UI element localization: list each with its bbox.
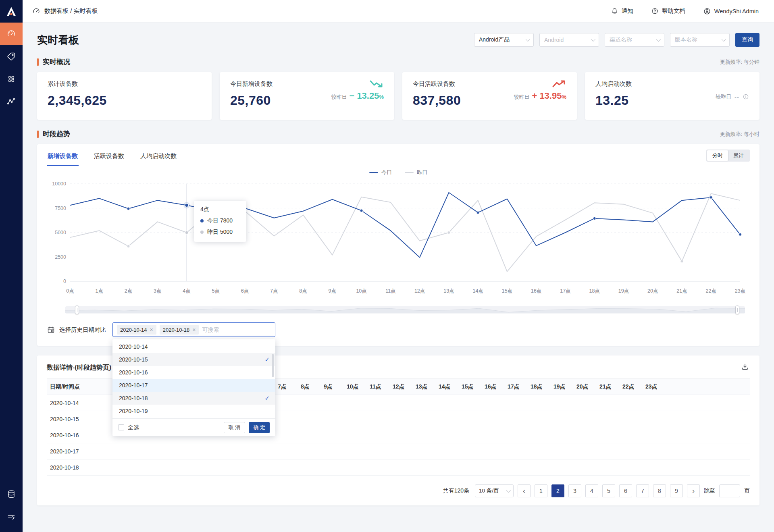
- page-title: 实时看板: [37, 33, 79, 47]
- row-date-cell: 2020-10-18: [47, 459, 115, 476]
- sidebar-item-events[interactable]: [0, 90, 23, 113]
- page-button-9[interactable]: 9: [670, 484, 683, 497]
- section-accent-bar: [37, 131, 39, 138]
- total-count: 共有120条: [443, 487, 469, 495]
- column-header-20点: 20点: [575, 379, 598, 395]
- stat-cards: 累计设备数 2,345,625 今日新增设备数 25,760 较昨日 − 13.…: [37, 72, 759, 120]
- column-header-9点: 9点: [322, 379, 345, 395]
- download-icon: [741, 363, 749, 371]
- cancel-button[interactable]: 取 消: [224, 422, 246, 433]
- date-option-2020-10-18[interactable]: 2020-10-18✓: [112, 392, 275, 405]
- date-option-2020-10-17[interactable]: 2020-10-17: [112, 379, 275, 392]
- date-multiselect-input[interactable]: 2020-10-14×2020-10-18×: [112, 322, 275, 337]
- sidebar-item-tags[interactable]: [0, 45, 23, 68]
- sidebar-collapse-button[interactable]: [0, 505, 23, 528]
- page-button-7[interactable]: 7: [636, 484, 649, 497]
- platform-select[interactable]: Android: [539, 33, 599, 47]
- tab-人均启动次数[interactable]: 人均启动次数: [139, 145, 177, 166]
- notifications-button[interactable]: 通知: [611, 7, 633, 15]
- trend-chart-area: 0250050007500100000点1点2点3点4点5点6点7点8点9点10…: [47, 178, 750, 301]
- date-option-2020-10-15[interactable]: 2020-10-15✓: [112, 353, 275, 366]
- date-compare-label: 选择历史日期对比: [59, 326, 106, 334]
- date-tag-label: 2020-10-18: [163, 327, 190, 333]
- trend-up-icon: [551, 79, 566, 89]
- remove-tag-icon[interactable]: ×: [192, 326, 196, 333]
- topbar-actions: 通知 帮助文档 WendyShi Admin: [611, 7, 759, 15]
- help-button[interactable]: 帮助文档: [651, 7, 685, 15]
- table-row[interactable]: 2020-10-18: [47, 459, 750, 476]
- select-all-checkbox[interactable]: [118, 424, 124, 430]
- column-header-10点: 10点: [345, 379, 368, 395]
- check-icon: ✓: [264, 353, 270, 366]
- user-menu[interactable]: WendyShi Admin: [703, 7, 759, 15]
- svg-text:7点: 7点: [270, 288, 278, 294]
- table-row[interactable]: 2020-10-17: [47, 443, 750, 459]
- compare-label: 较昨日: [514, 94, 529, 101]
- svg-text:0: 0: [63, 278, 66, 284]
- slider-handle-left[interactable]: [75, 305, 79, 314]
- svg-text:21点: 21点: [676, 288, 687, 294]
- sidebar-item-data-source[interactable]: [0, 483, 23, 505]
- legend-label: 今日: [381, 169, 392, 176]
- remove-tag-icon[interactable]: ×: [150, 326, 153, 333]
- date-multiselect: 2020-10-14×2020-10-18× 2020-10-142020-10…: [112, 322, 275, 337]
- version-select[interactable]: 版本名称: [670, 33, 730, 47]
- user-name: WendyShi Admin: [714, 8, 759, 15]
- dropdown-scrollbar[interactable]: [272, 354, 274, 377]
- page-size-select[interactable]: 10 条/页: [475, 484, 514, 497]
- stat-card-new-devices: 今日新增设备数 25,760 较昨日 − 13.25%: [220, 72, 394, 120]
- channel-select[interactable]: 渠道名称: [605, 33, 664, 47]
- legend-item-昨日[interactable]: 昨日: [405, 169, 427, 176]
- confirm-button[interactable]: 确 定: [249, 422, 270, 433]
- date-option-2020-10-16[interactable]: 2020-10-16: [112, 366, 275, 379]
- breadcrumb[interactable]: 数据看板 / 实时看板: [32, 7, 98, 15]
- column-header-8点: 8点: [299, 379, 322, 395]
- row-date-cell: 2020-10-17: [47, 443, 115, 459]
- svg-text:11点: 11点: [385, 288, 395, 294]
- page-button-8[interactable]: 8: [653, 484, 666, 497]
- tab-活跃设备数[interactable]: 活跃设备数: [93, 145, 125, 166]
- svg-text:19点: 19点: [618, 288, 629, 294]
- chevron-down-icon: [591, 37, 595, 42]
- page-button-6[interactable]: 6: [619, 484, 632, 497]
- query-button[interactable]: 查询: [735, 33, 759, 47]
- page-button-4[interactable]: 4: [585, 484, 598, 497]
- chevron-down-icon: [506, 488, 511, 493]
- line-chart[interactable]: 0250050007500100000点1点2点3点4点5点6点7点8点9点10…: [47, 178, 750, 299]
- download-button[interactable]: [741, 363, 749, 371]
- chevron-down-icon: [722, 37, 726, 42]
- gauge-icon: [6, 29, 16, 39]
- slider-handle-right[interactable]: [735, 305, 739, 314]
- mode-segment-累计[interactable]: 累计: [728, 150, 749, 161]
- date-search-input[interactable]: [202, 326, 234, 333]
- tab-新增设备数[interactable]: 新增设备数: [47, 145, 79, 166]
- info-circle-icon[interactable]: [743, 94, 749, 100]
- next-page-button[interactable]: ›: [687, 484, 700, 497]
- date-tag-label: 2020-10-14: [120, 327, 147, 333]
- product-select[interactable]: Android产品: [474, 33, 534, 47]
- page-button-2[interactable]: 2: [551, 484, 564, 497]
- section-accent-bar: [37, 58, 39, 66]
- date-option-2020-10-19[interactable]: 2020-10-19: [112, 405, 275, 418]
- sidebar-item-analysis[interactable]: [0, 68, 23, 90]
- page-suffix: 页: [744, 487, 750, 495]
- jump-label: 跳至: [704, 487, 715, 495]
- sidebar-item-dashboard[interactable]: [0, 23, 23, 45]
- svg-text:10点: 10点: [356, 288, 366, 294]
- brand-logo[interactable]: [0, 0, 23, 23]
- date-option-2020-10-14[interactable]: 2020-10-14: [112, 340, 275, 353]
- trend-update-rate: 更新频率: 每小时: [720, 131, 759, 138]
- datazoom-slider[interactable]: [65, 306, 745, 314]
- mode-segment-分时[interactable]: 分时: [707, 150, 728, 161]
- page-button-1[interactable]: 1: [535, 484, 547, 497]
- page-button-3[interactable]: 3: [568, 484, 581, 497]
- slider-silhouette: [65, 306, 745, 314]
- legend-item-今日[interactable]: 今日: [369, 169, 392, 176]
- prev-page-button[interactable]: ‹: [518, 484, 531, 497]
- stat-card-total-devices: 累计设备数 2,345,625: [37, 72, 212, 120]
- page-button-5[interactable]: 5: [602, 484, 615, 497]
- question-circle-icon: [651, 7, 659, 15]
- svg-text:9点: 9点: [329, 288, 336, 294]
- jump-page-input[interactable]: [719, 484, 740, 497]
- gauge-icon: [32, 7, 40, 15]
